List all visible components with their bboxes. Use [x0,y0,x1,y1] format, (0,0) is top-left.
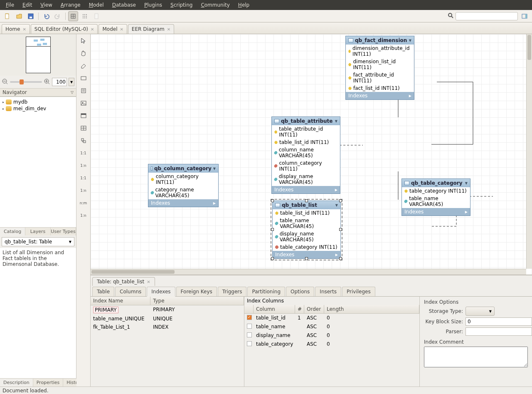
index-column-row[interactable]: display_nameASC0 [244,331,419,340]
sidebar-toggle-icon[interactable] [520,11,530,21]
column-row[interactable]: column_category INT(11) [148,173,218,186]
zoom-value[interactable]: 100 [52,78,67,86]
index-row[interactable]: PRIMARYPRIMARY [91,305,244,315]
rel-n-m-icon[interactable]: n:m [79,199,88,207]
zoom-slider[interactable] [10,81,42,83]
chevron-down-icon[interactable]: ▼ [335,119,337,123]
editor-tab-columns[interactable]: Columns [115,287,146,296]
editor-tab-options[interactable]: Options [286,287,314,296]
rel-1-n-nonident-icon[interactable]: 1:n [79,186,88,195]
menu-plugins[interactable]: Plugins [140,2,166,8]
chevron-down-icon[interactable]: ▼ [465,181,468,185]
parser-input[interactable] [466,327,532,336]
close-icon[interactable]: ✕ [147,280,150,284]
menu-help[interactable]: Help [234,2,254,8]
column-row[interactable]: table_category INT(11) [273,243,340,251]
editor-tab-table[interactable]: Table [92,287,114,296]
checkbox[interactable] [247,332,252,337]
col-header-order[interactable]: Order [304,305,324,313]
entity-qb-fact-dimension[interactable]: qb_fact_dimension▼ dimension_attribute_i… [345,36,414,100]
rel-1-1-identifying-icon[interactable]: 1:1 [79,149,88,157]
editor-tab-partitioning[interactable]: Partitioning [247,287,285,296]
zoom-out-icon[interactable] [2,78,8,86]
column-row[interactable]: display_name VARCHAR(45) [272,173,340,186]
menu-database[interactable]: Database [108,2,140,8]
entity-qb-column-category[interactable]: qb_column_category▼ column_category INT(… [148,164,219,207]
grid-align-icon[interactable] [68,11,78,21]
chevron-down-icon[interactable]: ▼ [409,39,411,42]
entity-qb-table-attribute[interactable]: qb_table_attribute▼ table_attribute_id I… [271,116,340,194]
pointer-tool-icon[interactable] [79,37,88,45]
close-icon[interactable]: ✕ [91,27,94,32]
editor-tab-inserts[interactable]: Inserts [315,287,341,296]
navigator-header[interactable]: Navigator ▽ [0,88,76,97]
index-column-row[interactable]: table_nameASC0 [244,322,419,331]
close-icon[interactable]: ✕ [22,27,26,32]
search-input[interactable] [456,12,518,20]
save-icon[interactable] [26,11,36,21]
chevron-down-icon[interactable]: ▼ [213,167,216,171]
chevron-down-icon[interactable]: ▼ [335,203,338,207]
object-selector[interactable]: qb_table_list: Table ▼ [2,237,74,246]
undo-icon[interactable] [41,11,51,21]
column-row[interactable]: table_list_id INT(11) [272,139,340,146]
column-row[interactable]: table_category INT(11) [402,187,470,195]
column-row[interactable]: table_name VARCHAR(45) [402,195,470,208]
diagram-canvas[interactable]: qb_fact_dimension▼ dimension_attribute_i… [91,34,532,275]
col-header-length[interactable]: Length [324,305,419,313]
column-row[interactable]: table_attribute_id INT(11) [272,125,340,139]
menu-view[interactable]: View [36,2,56,8]
note-tool-icon[interactable] [79,87,88,95]
doc-tab[interactable]: Model✕ [99,24,127,34]
checkbox[interactable] [247,324,252,329]
expand-icon[interactable]: ▸ [2,100,4,104]
view-tool-icon[interactable] [79,124,88,132]
menubar[interactable]: FileEditViewArrangeModelDatabasePluginsS… [0,0,532,10]
close-icon[interactable]: ✕ [120,27,123,32]
menu-edit[interactable]: Edit [18,2,36,8]
checkbox[interactable] [247,315,252,320]
routine-tool-icon[interactable] [79,136,88,145]
index-row[interactable]: table_name_UNIQUEUNIQUE [91,315,244,323]
desc-tab-properties[interactable]: Properties [33,379,64,387]
search-icon[interactable] [447,12,454,20]
col-header-column[interactable]: Column [254,305,295,313]
menu-model[interactable]: Model [85,2,108,8]
grid-icon[interactable] [80,11,90,21]
column-row[interactable]: fact_list_id INT(11) [346,84,414,92]
close-icon[interactable]: ✕ [167,27,170,32]
editor-tab-indexes[interactable]: Indexes [147,287,175,297]
entity-qb-table-category[interactable]: qb_table_category▼ table_category INT(11… [401,178,470,216]
index-comment-input[interactable] [424,347,528,367]
editor-tab[interactable]: Table: qb_table_list ✕ [92,277,155,286]
column-row[interactable]: category_name VARCHAR(45) [148,186,218,199]
page-icon[interactable] [91,11,101,21]
minimap[interactable] [0,34,76,76]
col-header-index-type[interactable]: Type [150,297,244,305]
object-description[interactable]: List of all Dimension and Fact tablels i… [0,248,76,378]
menu-arrange[interactable]: Arrange [57,2,85,8]
column-row[interactable]: dimension_list_id INT(11) [346,58,414,71]
zoom-dropdown[interactable]: ▼ [69,78,74,86]
catalog-tab-catalog[interactable]: Catalog [0,228,25,235]
key-block-size-input[interactable] [466,317,532,326]
column-row[interactable]: column_name VARCHAR(45) [272,146,340,159]
rel-1-n-identifying-icon[interactable]: 1:n [79,161,88,170]
open-file-icon[interactable] [14,11,24,21]
editor-tab-foreign-keys[interactable]: Foreign Keys [176,287,217,296]
layer-tool-icon[interactable] [79,74,88,82]
schema-tree[interactable]: ▸mydb▸mei_dim_dev [0,97,76,227]
desc-tab-description[interactable]: Description [0,379,33,387]
checkbox[interactable] [247,341,252,346]
column-row[interactable]: table_name VARCHAR(45) [273,217,340,230]
canvas-scrollbar-vertical[interactable] [526,34,532,269]
index-list[interactable]: Index Name Type PRIMARYPRIMARYtable_name… [91,297,244,387]
eraser-tool-icon[interactable] [79,62,88,70]
editor-tab-triggers[interactable]: Triggers [218,287,247,296]
index-row[interactable]: fk_Table_List_1INDEX [91,323,244,331]
image-tool-icon[interactable] [79,99,88,107]
index-column-row[interactable]: table_categoryASC0 [244,340,419,349]
hand-tool-icon[interactable] [79,49,88,57]
editor-tab-privileges[interactable]: Privileges [342,287,375,296]
canvas-scrollbar-horizontal[interactable] [91,269,526,275]
